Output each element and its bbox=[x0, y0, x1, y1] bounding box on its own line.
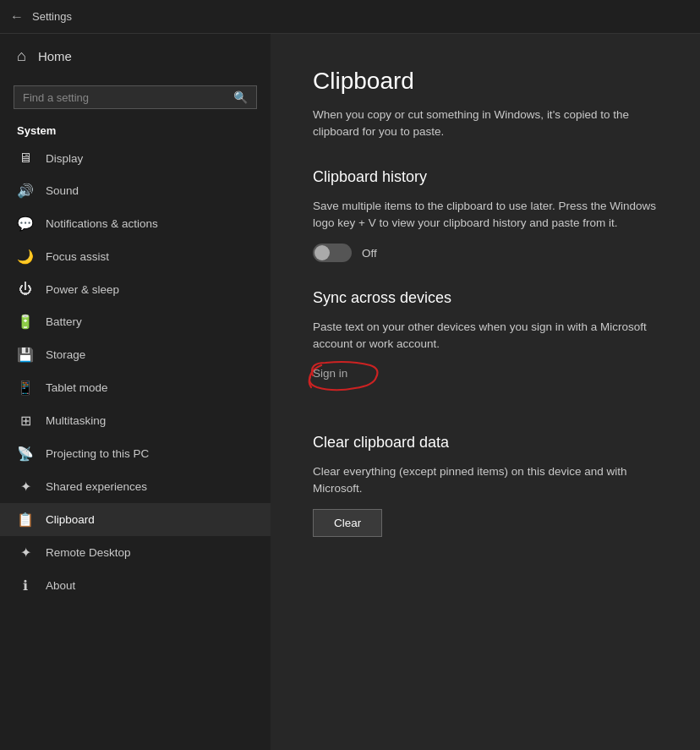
battery-icon: 🔋 bbox=[17, 314, 34, 330]
nav-item[interactable]: ⊞ Multitasking bbox=[0, 404, 271, 437]
power-sleep-icon: ⏻ bbox=[17, 282, 34, 297]
storage-icon: 💾 bbox=[17, 347, 34, 363]
focus-assist-icon: 🌙 bbox=[17, 249, 34, 265]
nav-item-label: Notifications & actions bbox=[46, 217, 158, 230]
nav-item-label: Focus assist bbox=[46, 250, 109, 263]
multitasking-icon: ⊞ bbox=[17, 413, 34, 429]
sound-icon: 🔊 bbox=[17, 183, 34, 199]
search-box[interactable]: 🔍 bbox=[14, 85, 257, 109]
nav-item-label: Clipboard bbox=[46, 513, 95, 526]
content-area: Clipboard When you copy or cut something… bbox=[271, 34, 700, 750]
nav-item-label: Remote Desktop bbox=[46, 546, 131, 559]
nav-item[interactable]: ⏻ Power & sleep bbox=[0, 273, 271, 305]
main-layout: ⌂ Home 🔍 System 🖥 Display 🔊 Sound 💬 Noti… bbox=[0, 34, 700, 750]
sync-section-desc: Paste text on your other devices when yo… bbox=[313, 319, 658, 353]
nav-item-label: Power & sleep bbox=[46, 283, 119, 296]
sidebar-home-label: Home bbox=[38, 49, 72, 63]
nav-item-label: Sound bbox=[46, 184, 79, 197]
clear-section-desc: Clear everything (except pinned items) o… bbox=[313, 463, 658, 498]
nav-item-label: Tablet mode bbox=[46, 381, 108, 394]
toggle-row: Off bbox=[313, 244, 658, 262]
sidebar: ⌂ Home 🔍 System 🖥 Display 🔊 Sound 💬 Noti… bbox=[0, 34, 271, 750]
history-section-title: Clipboard history bbox=[313, 168, 658, 186]
nav-item-label: Display bbox=[46, 152, 83, 165]
title-bar-title: Settings bbox=[32, 10, 72, 23]
sidebar-home[interactable]: ⌂ Home bbox=[0, 34, 271, 79]
title-bar: ← Settings bbox=[0, 0, 700, 34]
shared-experiences-icon: ✦ bbox=[17, 479, 34, 495]
page-description: When you copy or cut something in Window… bbox=[313, 107, 658, 141]
clipboard-history-toggle[interactable] bbox=[313, 244, 352, 262]
sign-in-container: Sign in bbox=[313, 365, 347, 407]
clear-button[interactable]: Clear bbox=[313, 509, 382, 537]
nav-item[interactable]: ℹ About bbox=[0, 569, 271, 602]
nav-item[interactable]: 🌙 Focus assist bbox=[0, 240, 271, 273]
nav-item[interactable]: ✦ Shared experiences bbox=[0, 470, 271, 503]
nav-item-label: Shared experiences bbox=[46, 480, 147, 493]
nav-item[interactable]: 💾 Storage bbox=[0, 338, 271, 371]
nav-item[interactable]: 🔊 Sound bbox=[0, 174, 271, 207]
sync-section-title: Sync across devices bbox=[313, 289, 658, 307]
back-button[interactable]: ← bbox=[10, 9, 24, 25]
display-icon: 🖥 bbox=[17, 151, 34, 166]
nav-item[interactable]: 📱 Tablet mode bbox=[0, 371, 271, 404]
sign-in-link[interactable]: Sign in bbox=[313, 367, 347, 380]
about-icon: ℹ bbox=[17, 578, 34, 594]
nav-item-label: About bbox=[46, 579, 75, 592]
home-icon: ⌂ bbox=[17, 47, 26, 65]
toggle-label: Off bbox=[362, 247, 377, 260]
notifications-icon: 💬 bbox=[17, 216, 34, 232]
nav-item[interactable]: ✦ Remote Desktop bbox=[0, 536, 271, 569]
nav-item-label: Multitasking bbox=[46, 414, 106, 427]
remote-desktop-icon: ✦ bbox=[17, 545, 34, 561]
nav-item[interactable]: 💬 Notifications & actions bbox=[0, 207, 271, 240]
tablet-mode-icon: 📱 bbox=[17, 380, 34, 396]
nav-item[interactable]: 📡 Projecting to this PC bbox=[0, 437, 271, 470]
clear-section-title: Clear clipboard data bbox=[313, 434, 658, 452]
nav-item-clipboard[interactable]: 📋 Clipboard bbox=[0, 503, 271, 536]
search-icon[interactable]: 🔍 bbox=[233, 90, 248, 104]
toggle-knob bbox=[314, 245, 330, 260]
page-title: Clipboard bbox=[313, 68, 658, 95]
projecting-icon: 📡 bbox=[17, 446, 34, 462]
search-input[interactable] bbox=[23, 91, 227, 104]
nav-item[interactable]: 🖥 Display bbox=[0, 142, 271, 174]
nav-item[interactable]: 🔋 Battery bbox=[0, 305, 271, 338]
nav-item-label: Projecting to this PC bbox=[46, 447, 149, 460]
nav-item-label: Battery bbox=[46, 315, 82, 328]
history-section-desc: Save multiple items to the clipboard to … bbox=[313, 198, 658, 233]
nav-item-label: Storage bbox=[46, 348, 85, 361]
sidebar-category: System bbox=[0, 119, 271, 142]
clipboard-icon: 📋 bbox=[17, 512, 34, 528]
